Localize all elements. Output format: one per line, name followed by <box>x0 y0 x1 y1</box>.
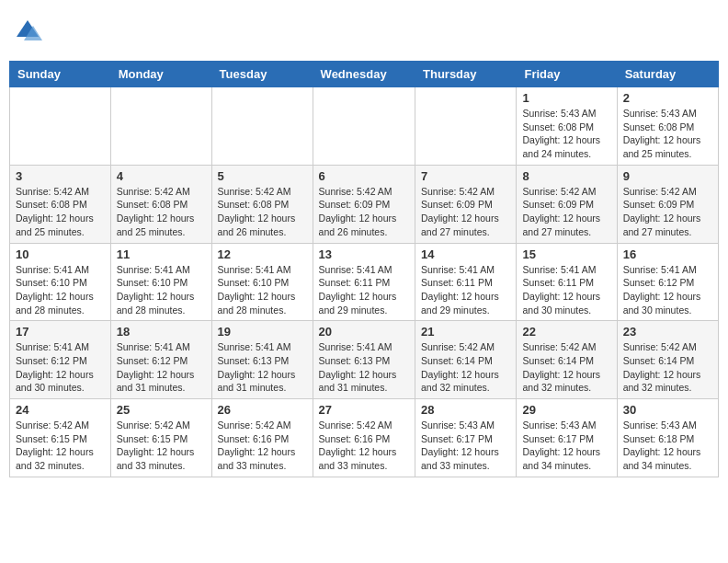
day-info: Sunrise: 5:41 AM Sunset: 6:12 PM Dayligh… <box>117 340 206 395</box>
calendar-cell: 8Sunrise: 5:42 AM Sunset: 6:09 PM Daylig… <box>517 165 617 243</box>
day-number: 18 <box>117 325 206 339</box>
weekday-header-thursday: Thursday <box>415 62 517 87</box>
calendar-cell: 3Sunrise: 5:42 AM Sunset: 6:08 PM Daylig… <box>10 165 111 243</box>
day-number: 15 <box>522 247 610 261</box>
day-info: Sunrise: 5:42 AM Sunset: 6:09 PM Dayligh… <box>623 185 712 239</box>
day-info: Sunrise: 5:41 AM Sunset: 6:10 PM Dayligh… <box>117 263 206 317</box>
day-number: 29 <box>522 403 610 417</box>
day-number: 4 <box>117 169 206 183</box>
day-info: Sunrise: 5:42 AM Sunset: 6:16 PM Dayligh… <box>218 419 307 473</box>
day-info: Sunrise: 5:42 AM Sunset: 6:15 PM Dayligh… <box>117 419 206 473</box>
calendar-cell: 12Sunrise: 5:41 AM Sunset: 6:10 PM Dayli… <box>211 243 313 321</box>
calendar-cell: 24Sunrise: 5:42 AM Sunset: 6:15 PM Dayli… <box>10 399 111 477</box>
calendar-cell <box>10 87 111 166</box>
day-info: Sunrise: 5:41 AM Sunset: 6:12 PM Dayligh… <box>16 340 105 395</box>
day-info: Sunrise: 5:41 AM Sunset: 6:10 PM Dayligh… <box>16 263 105 317</box>
calendar-cell: 22Sunrise: 5:42 AM Sunset: 6:14 PM Dayli… <box>517 321 617 399</box>
weekday-header-friday: Friday <box>517 62 617 87</box>
day-info: Sunrise: 5:42 AM Sunset: 6:09 PM Dayligh… <box>421 185 510 239</box>
day-info: Sunrise: 5:43 AM Sunset: 6:17 PM Dayligh… <box>421 419 510 473</box>
day-info: Sunrise: 5:43 AM Sunset: 6:17 PM Dayligh… <box>522 419 610 473</box>
day-number: 3 <box>16 169 105 183</box>
page-header <box>9 9 719 53</box>
calendar-cell: 18Sunrise: 5:41 AM Sunset: 6:12 PM Dayli… <box>110 321 211 399</box>
day-number: 20 <box>319 325 409 339</box>
weekday-header-sunday: Sunday <box>10 62 111 87</box>
calendar-cell <box>110 87 211 166</box>
day-info: Sunrise: 5:42 AM Sunset: 6:14 PM Dayligh… <box>623 340 712 395</box>
day-info: Sunrise: 5:42 AM Sunset: 6:16 PM Dayligh… <box>319 419 409 473</box>
calendar-cell: 16Sunrise: 5:41 AM Sunset: 6:12 PM Dayli… <box>617 243 718 321</box>
week-row-1: 1Sunrise: 5:43 AM Sunset: 6:08 PM Daylig… <box>10 87 719 166</box>
day-number: 10 <box>16 247 105 261</box>
calendar-cell: 7Sunrise: 5:42 AM Sunset: 6:09 PM Daylig… <box>415 165 517 243</box>
weekday-header-tuesday: Tuesday <box>211 62 313 87</box>
calendar-cell: 6Sunrise: 5:42 AM Sunset: 6:09 PM Daylig… <box>313 165 415 243</box>
day-number: 8 <box>522 169 610 183</box>
calendar-cell: 27Sunrise: 5:42 AM Sunset: 6:16 PM Dayli… <box>313 399 415 477</box>
day-number: 26 <box>218 403 307 417</box>
day-info: Sunrise: 5:42 AM Sunset: 6:08 PM Dayligh… <box>117 185 206 239</box>
day-number: 27 <box>319 403 409 417</box>
day-info: Sunrise: 5:43 AM Sunset: 6:18 PM Dayligh… <box>623 419 712 473</box>
day-info: Sunrise: 5:41 AM Sunset: 6:11 PM Dayligh… <box>421 263 510 317</box>
day-info: Sunrise: 5:41 AM Sunset: 6:12 PM Dayligh… <box>623 263 712 317</box>
calendar-cell: 28Sunrise: 5:43 AM Sunset: 6:17 PM Dayli… <box>415 399 517 477</box>
day-info: Sunrise: 5:42 AM Sunset: 6:08 PM Dayligh… <box>218 185 307 239</box>
calendar: SundayMondayTuesdayWednesdayThursdayFrid… <box>9 61 719 477</box>
day-number: 11 <box>117 247 206 261</box>
day-number: 14 <box>421 247 510 261</box>
calendar-cell: 10Sunrise: 5:41 AM Sunset: 6:10 PM Dayli… <box>10 243 111 321</box>
calendar-cell <box>313 87 415 166</box>
weekday-header-row: SundayMondayTuesdayWednesdayThursdayFrid… <box>10 62 719 87</box>
day-info: Sunrise: 5:41 AM Sunset: 6:11 PM Dayligh… <box>522 263 610 317</box>
day-number: 17 <box>16 325 105 339</box>
day-number: 22 <box>522 325 610 339</box>
day-number: 21 <box>421 325 510 339</box>
day-info: Sunrise: 5:41 AM Sunset: 6:13 PM Dayligh… <box>218 340 307 395</box>
day-info: Sunrise: 5:41 AM Sunset: 6:10 PM Dayligh… <box>218 263 307 317</box>
day-info: Sunrise: 5:42 AM Sunset: 6:09 PM Dayligh… <box>522 185 610 239</box>
calendar-cell: 23Sunrise: 5:42 AM Sunset: 6:14 PM Dayli… <box>617 321 718 399</box>
day-info: Sunrise: 5:41 AM Sunset: 6:13 PM Dayligh… <box>319 340 409 395</box>
calendar-cell: 15Sunrise: 5:41 AM Sunset: 6:11 PM Dayli… <box>517 243 617 321</box>
day-number: 9 <box>623 169 712 183</box>
day-info: Sunrise: 5:42 AM Sunset: 6:15 PM Dayligh… <box>16 419 105 473</box>
day-info: Sunrise: 5:41 AM Sunset: 6:11 PM Dayligh… <box>319 263 409 317</box>
week-row-5: 24Sunrise: 5:42 AM Sunset: 6:15 PM Dayli… <box>10 399 719 477</box>
day-number: 5 <box>218 169 307 183</box>
day-number: 13 <box>319 247 409 261</box>
calendar-cell: 9Sunrise: 5:42 AM Sunset: 6:09 PM Daylig… <box>617 165 718 243</box>
calendar-cell: 5Sunrise: 5:42 AM Sunset: 6:08 PM Daylig… <box>211 165 313 243</box>
calendar-cell <box>415 87 517 166</box>
day-number: 12 <box>218 247 307 261</box>
calendar-cell: 26Sunrise: 5:42 AM Sunset: 6:16 PM Dayli… <box>211 399 313 477</box>
weekday-header-wednesday: Wednesday <box>313 62 415 87</box>
calendar-cell: 14Sunrise: 5:41 AM Sunset: 6:11 PM Dayli… <box>415 243 517 321</box>
day-info: Sunrise: 5:42 AM Sunset: 6:09 PM Dayligh… <box>319 185 409 239</box>
calendar-cell: 29Sunrise: 5:43 AM Sunset: 6:17 PM Dayli… <box>517 399 617 477</box>
day-number: 19 <box>218 325 307 339</box>
calendar-cell: 30Sunrise: 5:43 AM Sunset: 6:18 PM Dayli… <box>617 399 718 477</box>
weekday-header-saturday: Saturday <box>617 62 718 87</box>
week-row-4: 17Sunrise: 5:41 AM Sunset: 6:12 PM Dayli… <box>10 321 719 399</box>
day-number: 24 <box>16 403 105 417</box>
calendar-cell <box>211 87 313 166</box>
day-number: 23 <box>623 325 712 339</box>
week-row-3: 10Sunrise: 5:41 AM Sunset: 6:10 PM Dayli… <box>10 243 719 321</box>
weekday-header-monday: Monday <box>110 62 211 87</box>
day-info: Sunrise: 5:43 AM Sunset: 6:08 PM Dayligh… <box>522 107 610 161</box>
day-number: 30 <box>623 403 712 417</box>
logo <box>13 17 46 46</box>
day-number: 16 <box>623 247 712 261</box>
calendar-cell: 19Sunrise: 5:41 AM Sunset: 6:13 PM Dayli… <box>211 321 313 399</box>
calendar-cell: 20Sunrise: 5:41 AM Sunset: 6:13 PM Dayli… <box>313 321 415 399</box>
day-number: 25 <box>117 403 206 417</box>
day-number: 2 <box>623 91 712 105</box>
calendar-cell: 11Sunrise: 5:41 AM Sunset: 6:10 PM Dayli… <box>110 243 211 321</box>
calendar-cell: 1Sunrise: 5:43 AM Sunset: 6:08 PM Daylig… <box>517 87 617 166</box>
day-number: 1 <box>522 91 610 105</box>
week-row-2: 3Sunrise: 5:42 AM Sunset: 6:08 PM Daylig… <box>10 165 719 243</box>
calendar-cell: 13Sunrise: 5:41 AM Sunset: 6:11 PM Dayli… <box>313 243 415 321</box>
day-number: 6 <box>319 169 409 183</box>
